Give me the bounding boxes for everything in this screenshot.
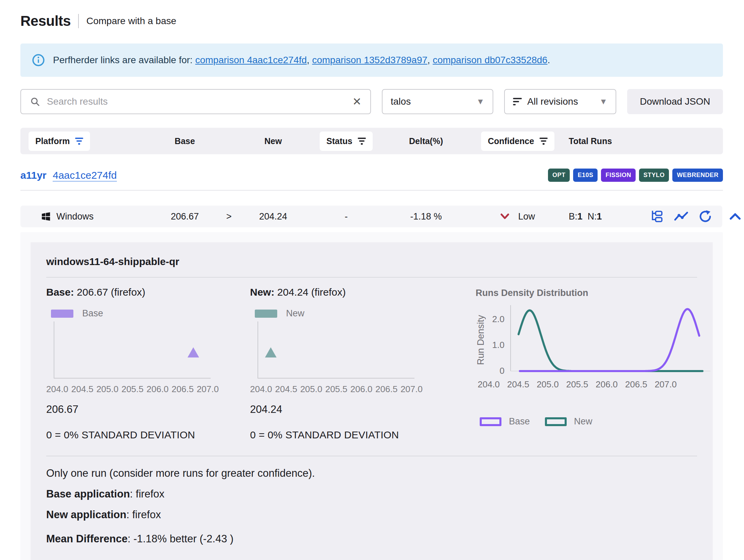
column-platform: Platform	[29, 132, 151, 151]
platform-filter-button[interactable]: Platform	[29, 132, 90, 151]
comparison-link[interactable]: comparison db07c33528d6	[433, 55, 548, 65]
confidence-header-label: Confidence	[488, 136, 534, 146]
comparison-link[interactable]: comparison 4aac1ce274fd	[195, 55, 307, 65]
axis-tick: 206.0	[596, 379, 618, 390]
subtest-panel: windows11-64-shippable-qr Base: 206.67 (…	[31, 242, 713, 560]
axis-tick: 0	[500, 366, 504, 376]
base-header: Base: 206.67 (firefox)	[46, 286, 250, 298]
density-legend-item: Base	[480, 416, 530, 427]
new-application: New application: firefox	[46, 509, 697, 520]
search-input[interactable]	[47, 96, 346, 107]
subtest-title: windows11-64-shippable-qr	[46, 242, 697, 277]
axis-tick: 204.5	[275, 384, 297, 395]
new-chart-col: New: 204.24 (firefox) New 204.0204.5205.…	[250, 286, 454, 441]
badge-webrender: WEBRENDER	[672, 169, 723, 182]
search-box[interactable]: ✕	[20, 89, 371, 114]
base-stddev: 0 = 0% STANDARD DEVIATION	[46, 429, 250, 441]
new-marker	[265, 347, 277, 357]
confidence-cell: Low	[467, 211, 569, 222]
axis-tick: 206.0	[350, 384, 372, 395]
density-curves	[518, 309, 702, 371]
axis-tick: 206.5	[375, 384, 397, 395]
axis-tick: 205.5	[325, 384, 347, 395]
banner-text: Perfherder links are available for: comp…	[53, 55, 550, 66]
base-plot	[54, 321, 211, 379]
collapse-row-button[interactable]	[727, 212, 743, 221]
clear-search-icon[interactable]: ✕	[352, 96, 361, 107]
detail-text: Only one run (consider more runs for gre…	[46, 456, 697, 560]
only-one-run-note: Only one run (consider more runs for gre…	[46, 468, 697, 478]
axis-tick: 205.0	[300, 384, 322, 395]
total-runs-cell: B:1 N:1	[569, 211, 650, 222]
download-json-button[interactable]: Download JSON	[627, 89, 723, 114]
comparison-link[interactable]: comparison 1352d3789a97	[312, 55, 427, 65]
column-new: New	[239, 136, 307, 146]
legend-swatch	[480, 417, 501, 426]
graph-icon[interactable]	[674, 210, 688, 223]
controls-row: ✕ talos ▼ All revisions ▼ Download JSON	[20, 89, 723, 114]
axis-tick: 206.5	[625, 379, 647, 390]
banner-links: comparison 4aac1ce274fd, comparison 1352…	[195, 55, 550, 65]
density-legend: BaseNew	[480, 416, 712, 427]
chevron-up-icon	[729, 212, 741, 221]
detail-wrapper: windows11-64-shippable-qr Base: 206.67 (…	[20, 232, 723, 560]
axis-tick: 2.0	[492, 314, 504, 325]
subtests-icon[interactable]	[650, 210, 664, 223]
sort-icon	[513, 98, 522, 105]
axis-tick: 204.5	[507, 379, 529, 390]
platform-row-wrap: Windows 206.67 > 204.24 - -1.18 % Low B:…	[20, 206, 723, 227]
search-icon	[30, 97, 40, 107]
new-swatch	[255, 310, 277, 318]
base-mean: 206.67	[46, 403, 250, 416]
trend-down-icon	[500, 213, 509, 220]
density-ylabel: Run Density	[476, 304, 486, 376]
retrigger-icon[interactable]	[698, 210, 712, 223]
row-actions	[650, 210, 714, 223]
platform-row: Windows 206.67 > 204.24 - -1.18 % Low B:…	[20, 206, 722, 227]
column-status: Status	[307, 132, 385, 151]
test-group-row: a11yr 4aac1ce274fd OPTE10SFISSIONSTYLOWE…	[20, 169, 723, 191]
axis-tick: 207.0	[197, 384, 219, 395]
perfherder-links-banner: Perfherder links are available for: comp…	[20, 43, 723, 77]
results-page: Results Compare with a base Perfherder l…	[0, 0, 744, 560]
platform-name: Windows	[56, 211, 94, 222]
filter-icon	[75, 138, 83, 145]
column-delta: Delta(%)	[385, 136, 467, 146]
base-chart-col: Base: 206.67 (firefox) Base 204.0204.520…	[46, 286, 250, 441]
results-table-header: Platform Base New Status Delta(%) Confid…	[20, 128, 723, 154]
density-body: Run Density 01.02.0	[476, 304, 712, 376]
legend-swatch	[545, 417, 567, 426]
axis-tick: 206.0	[146, 384, 169, 395]
density-xticks: 204.0204.5205.0205.5206.0206.5207.0	[478, 379, 677, 390]
page-header: Results Compare with a base	[20, 13, 723, 29]
confidence-value: Low	[518, 211, 535, 222]
axis-tick: 205.0	[537, 379, 559, 390]
density-curve-base	[520, 309, 699, 371]
filter-icon	[358, 138, 366, 145]
banner-prefix: Perfherder links are available for:	[53, 55, 193, 65]
revision-link[interactable]: 4aac1ce274fd	[53, 170, 117, 182]
badge-opt: OPT	[548, 169, 570, 182]
axis-tick: 204.0	[478, 379, 500, 390]
axis-tick: 207.0	[401, 384, 423, 395]
axis-tick: 206.5	[172, 384, 194, 395]
mean-difference: Mean Difference: -1.18% better (-2.43 )	[46, 533, 697, 544]
confidence-filter-button[interactable]: Confidence	[481, 132, 554, 151]
axis-tick: 204.5	[71, 384, 93, 395]
axis-tick: 205.0	[96, 384, 119, 395]
windows-icon	[41, 211, 51, 222]
platform-header-label: Platform	[35, 136, 70, 146]
framework-select[interactable]: talos ▼	[382, 89, 493, 114]
revisions-select[interactable]: All revisions ▼	[504, 89, 616, 114]
new-stddev: 0 = 0% STANDARD DEVIATION	[250, 429, 454, 441]
new-value-cell: 204.24	[239, 211, 307, 222]
info-icon	[32, 54, 45, 67]
page-title: Results	[20, 13, 71, 29]
axis-tick: 204.0	[46, 384, 68, 395]
status-filter-button[interactable]: Status	[320, 132, 373, 151]
axis-tick: 1.0	[492, 340, 504, 350]
density-chart-col: Runs Density Distribution Run Density 01…	[454, 286, 712, 441]
new-legend: New	[255, 308, 454, 319]
revisions-value: All revisions	[527, 96, 578, 107]
axis-tick: 207.0	[655, 379, 677, 390]
